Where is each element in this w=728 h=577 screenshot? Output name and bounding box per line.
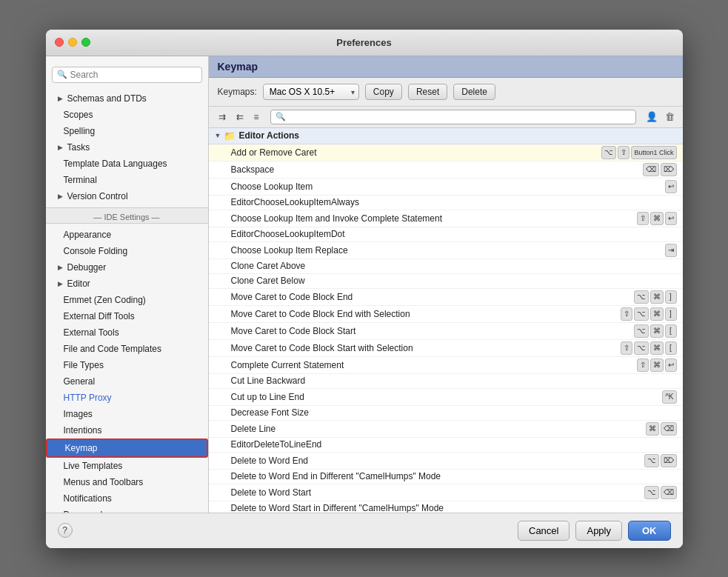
search-wrap[interactable]: 🔍 <box>52 67 202 83</box>
table-row[interactable]: Choose Lookup Item Replace ⇥ <box>209 242 683 259</box>
maximize-button[interactable] <box>81 38 90 47</box>
table-row[interactable]: Cut Line Backward <box>209 374 683 389</box>
action-name: Choose Lookup Item Replace <box>231 245 665 256</box>
keymap-select-wrap[interactable]: Mac OS X 10.5+ Mac OS X Default Eclipse … <box>263 84 359 100</box>
table-row[interactable]: Choose Lookup Item and Invoke Complete S… <box>209 210 683 227</box>
table-row[interactable]: Backspace ⌫ ⌦ <box>209 161 683 179</box>
key-badge: ⌥ <box>644 486 659 499</box>
search-input[interactable] <box>70 70 197 80</box>
table-row[interactable]: Move Caret to Code Block End ⌥ ⌘ ] <box>209 289 683 306</box>
table-row[interactable]: EditorDeleteToLineEnd <box>209 438 683 453</box>
key-badge: [ <box>665 324 677 338</box>
sidebar-item-file-types[interactable]: File Types <box>46 357 208 373</box>
action-name: Choose Lookup Item and Invoke Complete S… <box>231 213 637 224</box>
sidebar-item-file-code-templates[interactable]: File and Code Templates <box>46 341 208 357</box>
sidebar-item-emmet[interactable]: Emmet (Zen Coding) <box>46 292 208 308</box>
sidebar-item-intentions[interactable]: Intentions <box>46 422 208 438</box>
sidebar-item-general[interactable]: General <box>46 373 208 390</box>
table-row[interactable]: Cut up to Line End ^K <box>209 389 683 406</box>
traffic-lights <box>55 38 90 47</box>
sidebar-item-label: Intentions <box>64 425 102 436</box>
action-search-input[interactable] <box>288 112 631 122</box>
key-badge: ^K <box>662 390 676 404</box>
copy-button[interactable]: Copy <box>365 84 402 100</box>
action-name: Backspace <box>231 164 643 175</box>
ok-button[interactable]: OK <box>628 521 671 541</box>
sidebar-item-label: File Types <box>64 360 104 370</box>
reset-button[interactable]: Reset <box>408 84 447 100</box>
editor-actions-category[interactable]: ▼ 📁 Editor Actions <box>209 128 683 144</box>
sidebar-item-spelling[interactable]: Spelling <box>46 123 208 139</box>
sidebar-item-keymap[interactable]: Keymap <box>46 438 208 458</box>
sidebar-item-http-proxy[interactable]: HTTP Proxy <box>46 390 208 406</box>
action-shortcut: ⇧ ⌥ ⌘ ] <box>621 307 677 321</box>
collapse-all-button[interactable]: ⇇ <box>233 110 247 124</box>
sidebar-item-label: Keymap <box>65 443 98 453</box>
apply-button[interactable]: Apply <box>575 521 622 541</box>
sidebar-item-external-tools[interactable]: External Tools <box>46 324 208 341</box>
key-badge: ⇧ <box>637 212 649 225</box>
sidebar-item-label: File and Code Templates <box>64 344 162 354</box>
sidebar-item-passwords[interactable]: Passwords <box>46 507 208 513</box>
table-row[interactable]: Move Caret to Code Block End with Select… <box>209 306 683 323</box>
trash-icon-button[interactable]: 🗑 <box>663 110 677 123</box>
action-name: Choose Lookup Item <box>231 181 665 192</box>
action-name: Delete to Word Start <box>231 487 644 498</box>
key-badge: ⌘ <box>650 324 664 338</box>
sidebar-item-template-data[interactable]: Template Data Languages <box>46 156 208 172</box>
sidebar-item-appearance[interactable]: Appearance <box>46 227 208 243</box>
table-row[interactable]: Clone Caret Below <box>209 274 683 289</box>
key-badge: ⌘ <box>650 358 664 372</box>
sidebar-item-live-templates[interactable]: Live Templates <box>46 458 208 474</box>
table-row[interactable]: Clone Caret Above <box>209 259 683 274</box>
main-content: 🔍 ▶ Schemas and DTDs Scopes Spelling ▶ T… <box>46 56 683 513</box>
help-button[interactable]: ? <box>58 523 73 538</box>
action-name: Complete Current Statement <box>231 360 637 370</box>
expand-all-button[interactable]: ⇉ <box>215 110 230 124</box>
table-row[interactable]: Delete Line ⌘ ⌫ <box>209 421 683 438</box>
sidebar-item-label: Template Data Languages <box>64 159 167 169</box>
table-row[interactable]: EditorChooseLookupItemAlways <box>209 196 683 210</box>
table-row[interactable]: Delete to Word Start in Different "Camel… <box>209 501 683 513</box>
table-row[interactable]: Choose Lookup Item ↩ <box>209 179 683 196</box>
sidebar-item-menus-toolbars[interactable]: Menus and Toolbars <box>46 474 208 490</box>
sidebar-item-console-folding[interactable]: Console Folding <box>46 243 208 259</box>
minimize-button[interactable] <box>68 38 77 47</box>
sidebar-item-scopes[interactable]: Scopes <box>46 107 208 123</box>
table-row[interactable]: Complete Current Statement ⇧ ⌘ ↩ <box>209 357 683 374</box>
close-button[interactable] <box>55 38 64 47</box>
table-row[interactable]: EditorChooseLookupItemDot <box>209 227 683 242</box>
sidebar-item-editor[interactable]: ▶ Editor <box>46 276 208 292</box>
keymap-select[interactable]: Mac OS X 10.5+ Mac OS X Default Eclipse … <box>263 84 359 100</box>
delete-button[interactable]: Delete <box>453 84 495 100</box>
sidebar-item-debugger[interactable]: ▶ Debugger <box>46 259 208 276</box>
action-name: Delete to Word Start in Different "Camel… <box>231 503 677 513</box>
table-row[interactable]: Move Caret to Code Block Start ⌥ ⌘ [ <box>209 323 683 340</box>
sidebar-item-label: Schemas and DTDs <box>67 92 147 105</box>
table-row[interactable]: Add or Remove Caret ⌥ ⇧ Button1 Click <box>209 144 683 161</box>
sidebar-item-label: External Tools <box>64 327 119 338</box>
table-row[interactable]: Delete to Word End ⌥ ⌦ <box>209 453 683 470</box>
sidebar-item-notifications[interactable]: Notifications <box>46 490 208 507</box>
filter-button[interactable]: ≡ <box>250 110 263 124</box>
keybind-list: ▼ 📁 Editor Actions Add or Remove Caret ⌥… <box>209 128 683 513</box>
sidebar-item-tasks[interactable]: ▶ Tasks <box>46 139 208 156</box>
cancel-button[interactable]: Cancel <box>518 521 570 541</box>
action-name: Cut up to Line End <box>231 392 663 402</box>
action-search-wrap[interactable]: 🔍 <box>270 110 636 124</box>
sidebar-item-schemas[interactable]: ▶ Schemas and DTDs <box>46 90 208 107</box>
sidebar-item-external-diff[interactable]: External Diff Tools <box>46 308 208 324</box>
sidebar-item-version-control[interactable]: ▶ Version Control <box>46 188 208 204</box>
action-shortcut: ⇧ ⌘ ↩ <box>637 212 677 225</box>
right-panel: Keymap Keymaps: Mac OS X 10.5+ Mac OS X … <box>209 56 683 513</box>
table-row[interactable]: Decrease Font Size <box>209 406 683 421</box>
sidebar-item-images[interactable]: Images <box>46 406 208 422</box>
key-badge: ⇥ <box>665 244 677 257</box>
table-row[interactable]: Move Caret to Code Block Start with Sele… <box>209 340 683 357</box>
arrow-icon: ▶ <box>58 190 65 203</box>
table-row[interactable]: Delete to Word Start ⌥ ⌫ <box>209 484 683 501</box>
folder-icon: 📁 <box>224 130 236 141</box>
user-icon-button[interactable]: 👤 <box>644 110 660 123</box>
sidebar-item-terminal[interactable]: Terminal <box>46 172 208 188</box>
table-row[interactable]: Delete to Word End in Different "CamelHu… <box>209 470 683 484</box>
